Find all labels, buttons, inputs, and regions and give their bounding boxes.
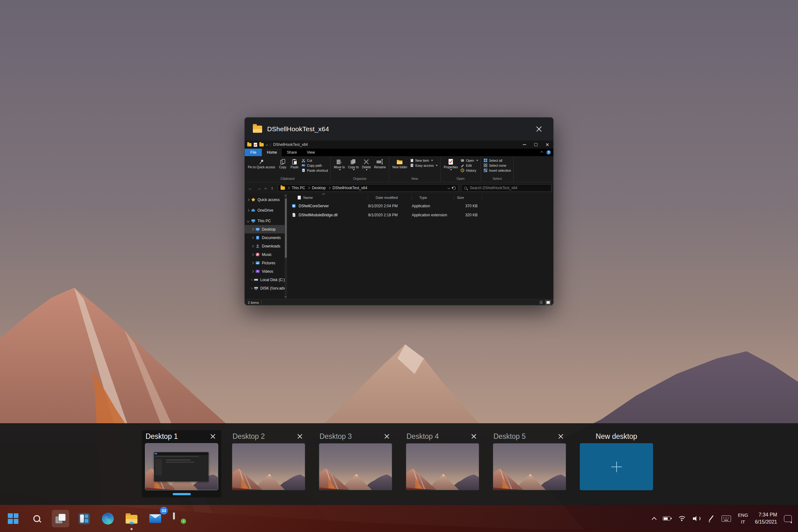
sidebar-scrollbar[interactable]: [285, 193, 287, 299]
column-header-name[interactable]: Name: [290, 195, 368, 200]
select-all-button[interactable]: Select all: [483, 158, 511, 163]
forward-arrow-icon[interactable]: →: [256, 186, 262, 191]
refresh-icon[interactable]: [452, 186, 456, 190]
language-indicator[interactable]: ENG IT: [738, 512, 748, 526]
desktop-card-5[interactable]: Desktop 5: [490, 430, 569, 497]
desktop-thumbnail[interactable]: [493, 443, 566, 490]
tab-file[interactable]: File: [245, 149, 262, 156]
close-window-button[interactable]: [533, 123, 545, 135]
window-preview-card[interactable]: DShellHookTest_x64 | DShellHookTest_x64 …: [244, 117, 554, 305]
recent-locations-chevron-icon[interactable]: [264, 187, 267, 189]
start-button[interactable]: [4, 510, 22, 527]
copy-path-button[interactable]: Copy path: [301, 163, 328, 167]
details-view-button[interactable]: [538, 300, 544, 305]
pen-icon[interactable]: [708, 515, 715, 522]
column-header-date-modified[interactable]: Date modified: [368, 195, 412, 200]
edge-button[interactable]: [99, 510, 117, 527]
breadcrumb-desktop[interactable]: Desktop: [312, 186, 326, 190]
move-to-dropdown-icon[interactable]: [339, 169, 341, 170]
scroll-up-icon[interactable]: [285, 195, 286, 197]
sidebar-item-network-disk[interactable]: DISK (\\srv.adx): [245, 284, 285, 292]
expand-chevron-icon[interactable]: [251, 262, 254, 264]
task-view-button[interactable]: [52, 510, 69, 527]
quick-access-newfolder-icon[interactable]: [259, 143, 264, 147]
properties-dropdown-icon[interactable]: [450, 169, 452, 170]
collapse-chevron-icon[interactable]: [247, 220, 249, 222]
expand-chevron-icon[interactable]: [251, 287, 252, 289]
minimize-icon[interactable]: [523, 144, 526, 145]
delete-button[interactable]: Delete: [361, 157, 372, 177]
sidebar-item-downloads[interactable]: Downloads: [245, 242, 285, 250]
battery-icon[interactable]: [663, 516, 670, 520]
volume-icon[interactable]: [693, 515, 701, 522]
select-none-button[interactable]: Select none: [483, 163, 511, 167]
expand-chevron-icon[interactable]: [247, 209, 249, 211]
notification-center-icon[interactable]: [784, 515, 792, 522]
new-item-button[interactable]: New item: [410, 158, 438, 163]
paste-shortcut-button[interactable]: Paste shortcut: [301, 168, 328, 172]
expand-chevron-icon[interactable]: [251, 270, 254, 272]
column-header-type[interactable]: Type: [412, 195, 454, 200]
desktop-card-1[interactable]: Desktop 1: [142, 430, 221, 497]
desktop-card-3[interactable]: Desktop 3: [316, 430, 395, 497]
sidebar-item-local-disk-c[interactable]: Local Disk (C:): [245, 276, 285, 284]
open-button[interactable]: Open: [460, 158, 478, 163]
wifi-icon[interactable]: [677, 515, 686, 522]
tab-share[interactable]: Share: [282, 149, 302, 156]
clock[interactable]: 7:34 PM 6/15/2021: [755, 511, 777, 526]
history-button[interactable]: History: [460, 168, 478, 172]
hidden-icons-chevron-icon[interactable]: [652, 517, 657, 522]
search-input[interactable]: [470, 186, 548, 190]
quick-access-toolbar-chevron-icon[interactable]: [266, 144, 268, 146]
desktop-card-4[interactable]: Desktop 4: [403, 430, 482, 497]
help-icon[interactable]: ?: [547, 150, 551, 155]
sidebar-item-videos[interactable]: Videos: [245, 267, 285, 276]
sidebar-item-this-pc[interactable]: This PC: [245, 216, 285, 225]
move-to-button[interactable]: Move to: [332, 157, 346, 177]
properties-button[interactable]: Properties: [442, 157, 459, 177]
easy-access-dropdown-icon[interactable]: [436, 165, 438, 166]
breadcrumb-this-pc[interactable]: This PC: [292, 186, 305, 190]
new-folder-button[interactable]: New folder: [391, 157, 408, 177]
invert-selection-button[interactable]: Invert selection: [483, 168, 511, 172]
file-row[interactable]: DShellModuleBridge.dll 8/1/2020 2:18 PM …: [290, 210, 554, 220]
easy-access-button[interactable]: Easy access: [410, 163, 438, 167]
file-row[interactable]: DShellCoreServer 8/1/2020 2:04 PM Applic…: [290, 201, 554, 210]
remote-desktop-button[interactable]: »: [170, 510, 188, 527]
close-desktop-button[interactable]: [295, 432, 305, 441]
tab-home[interactable]: Home: [262, 149, 282, 156]
rename-button[interactable]: Rename: [373, 157, 387, 177]
close-desktop-button[interactable]: [382, 432, 392, 441]
close-icon[interactable]: [546, 143, 549, 147]
sidebar-item-desktop[interactable]: Desktop: [245, 225, 285, 233]
paste-button[interactable]: Paste: [289, 157, 300, 177]
mail-button[interactable]: 33: [147, 510, 164, 527]
maximize-icon[interactable]: [534, 143, 537, 146]
expand-chevron-icon[interactable]: [251, 253, 254, 255]
cut-button[interactable]: Cut: [301, 158, 328, 163]
file-explorer-button[interactable]: [123, 510, 140, 527]
pin-to-quick-access-button[interactable]: Pin to Quick access: [247, 157, 277, 177]
back-arrow-icon[interactable]: ←: [247, 186, 253, 191]
scroll-down-icon[interactable]: [285, 296, 286, 297]
search-box[interactable]: [461, 184, 551, 192]
sidebar-item-quick-access[interactable]: Quick access: [245, 195, 285, 204]
breadcrumb-current-folder[interactable]: DShellHookTest_x64: [332, 186, 367, 190]
sidebar-item-onedrive[interactable]: OneDrive: [245, 206, 285, 214]
copy-to-dropdown-icon[interactable]: [353, 169, 355, 170]
address-dropdown-icon[interactable]: [448, 187, 450, 189]
expand-chevron-icon[interactable]: [251, 279, 252, 281]
edit-button[interactable]: Edit: [460, 163, 478, 167]
search-button[interactable]: [28, 510, 45, 527]
copy-button[interactable]: Copy: [277, 157, 288, 177]
expand-chevron-icon[interactable]: [247, 198, 249, 201]
close-desktop-button[interactable]: [469, 432, 478, 441]
sidebar-item-music[interactable]: Music: [245, 250, 285, 259]
desktop-thumbnail[interactable]: [145, 443, 218, 490]
desktop-thumbnail[interactable]: [232, 443, 305, 490]
sidebar-item-pictures[interactable]: Pictures: [245, 259, 285, 267]
touch-keyboard-icon[interactable]: [722, 515, 731, 522]
file-explorer-window[interactable]: | DShellHookTest_x64 File Home Share Vie…: [245, 140, 554, 305]
expand-chevron-icon[interactable]: [251, 245, 254, 247]
tab-view[interactable]: View: [302, 149, 320, 156]
